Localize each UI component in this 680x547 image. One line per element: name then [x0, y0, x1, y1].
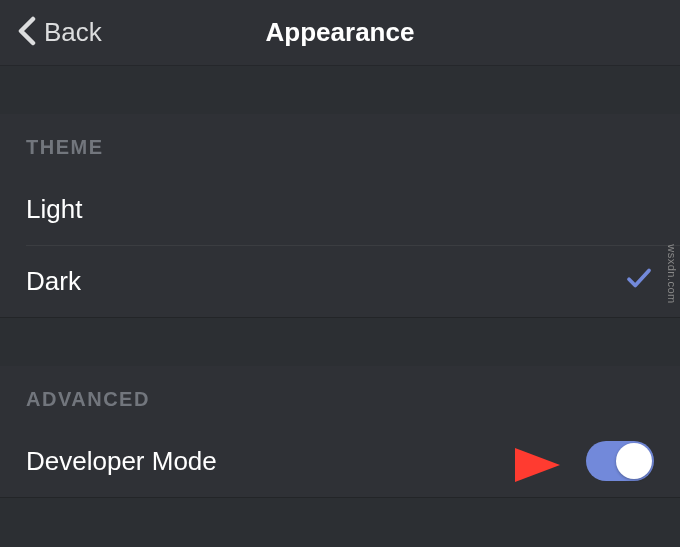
back-label: Back — [44, 17, 102, 48]
section-spacer — [0, 318, 680, 366]
theme-option-light[interactable]: Light — [0, 173, 680, 245]
header-bar: Back Appearance — [0, 0, 680, 66]
toggle-knob — [616, 443, 652, 479]
chevron-left-icon — [18, 16, 44, 50]
divider — [0, 497, 680, 498]
page-title: Appearance — [266, 17, 415, 48]
theme-option-dark[interactable]: Dark — [0, 245, 680, 317]
theme-option-label: Light — [26, 194, 82, 225]
back-button[interactable]: Back — [0, 16, 102, 50]
developer-mode-toggle[interactable] — [586, 441, 654, 481]
section-spacer — [0, 66, 680, 114]
developer-mode-label: Developer Mode — [26, 446, 217, 477]
theme-section-header: THEME — [0, 114, 680, 173]
advanced-section-header: ADVANCED — [0, 366, 680, 425]
check-icon — [624, 263, 654, 300]
developer-mode-row[interactable]: Developer Mode — [0, 425, 680, 497]
theme-option-label: Dark — [26, 266, 81, 297]
watermark: wsxdn.com — [666, 244, 678, 304]
